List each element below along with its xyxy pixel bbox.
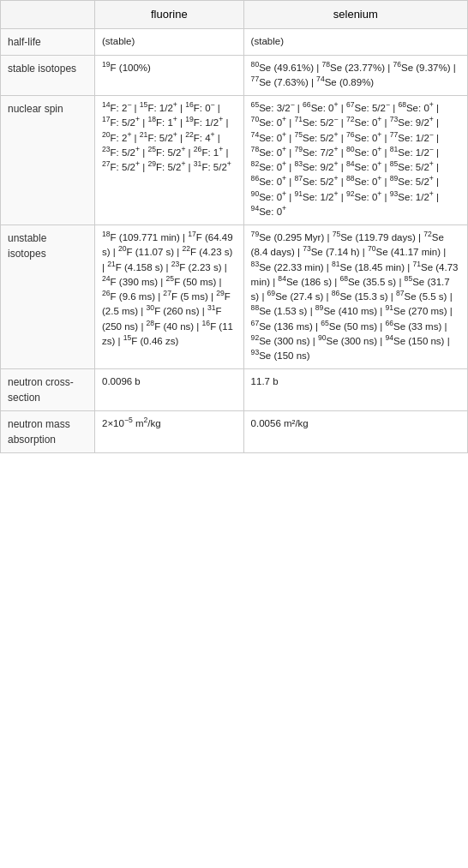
selenium-cell-2: 65Se: 3/2− | 66Se: 0+ | 67Se: 5/2− | 68S… bbox=[243, 96, 467, 225]
row-label-4: neutron cross-section bbox=[1, 369, 95, 411]
col-header-label bbox=[1, 1, 95, 29]
fluorine-cell-2: 14F: 2− | 15F: 1/2+ | 16F: 0− | 17F: 5/2… bbox=[95, 96, 244, 225]
table-row: nuclear spin14F: 2− | 15F: 1/2+ | 16F: 0… bbox=[1, 96, 468, 225]
col-header-selenium: selenium bbox=[243, 1, 467, 29]
selenium-cell-0: (stable) bbox=[243, 28, 467, 55]
table-row: neutron cross-section0.0096 b11.7 b bbox=[1, 369, 468, 411]
fluorine-cell-5: 2×10−5 m2/kg bbox=[95, 411, 244, 453]
row-label-3: unstable isotopes bbox=[1, 225, 95, 369]
comparison-table: fluorine selenium half-life(stable)(stab… bbox=[0, 0, 468, 453]
fluorine-cell-0: (stable) bbox=[95, 28, 244, 55]
selenium-cell-3: 79Se (0.295 Myr) | 75Se (119.79 days) | … bbox=[243, 225, 467, 369]
fluorine-cell-1: 19F (100%) bbox=[95, 55, 244, 96]
selenium-cell-4: 11.7 b bbox=[243, 369, 467, 411]
selenium-cell-1: 80Se (49.61%) | 78Se (23.77%) | 76Se (9.… bbox=[243, 55, 467, 96]
fluorine-cell-4: 0.0096 b bbox=[95, 369, 244, 411]
row-label-2: nuclear spin bbox=[1, 96, 95, 225]
selenium-cell-5: 0.0056 m²/kg bbox=[243, 411, 467, 453]
table-row: stable isotopes19F (100%)80Se (49.61%) |… bbox=[1, 55, 468, 96]
row-label-5: neutron mass absorption bbox=[1, 411, 95, 453]
fluorine-cell-3: 18F (109.771 min) | 17F (64.49 s) | 20F … bbox=[95, 225, 244, 369]
col-header-fluorine: fluorine bbox=[95, 1, 244, 29]
row-label-0: half-life bbox=[1, 28, 95, 55]
table-row: half-life(stable)(stable) bbox=[1, 28, 468, 55]
row-label-1: stable isotopes bbox=[1, 55, 95, 96]
table-row: neutron mass absorption2×10−5 m2/kg0.005… bbox=[1, 411, 468, 453]
table-row: unstable isotopes18F (109.771 min) | 17F… bbox=[1, 225, 468, 369]
